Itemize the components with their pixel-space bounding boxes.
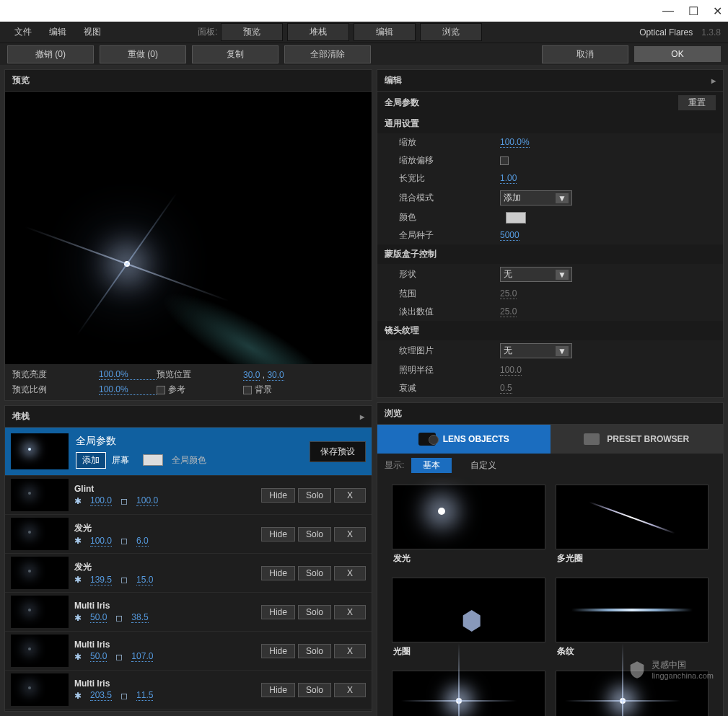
- layer-brightness[interactable]: 100.0: [90, 536, 112, 547]
- lens-object-card[interactable]: 发光: [392, 485, 545, 567]
- section-texture: 镜头纹理: [377, 321, 723, 340]
- texture-select[interactable]: 无▼: [500, 343, 572, 358]
- radius-value[interactable]: 100.0: [500, 365, 522, 376]
- minimize-button[interactable]: —: [662, 4, 674, 17]
- clear-button[interactable]: 全部清除: [284, 45, 371, 63]
- layer-scale[interactable]: 100.0: [136, 495, 158, 506]
- layer-scale[interactable]: 11.5: [136, 690, 153, 701]
- seed-value[interactable]: 5000: [500, 230, 519, 241]
- scale-value[interactable]: 100.0%: [500, 137, 530, 148]
- delete-button[interactable]: X: [334, 527, 366, 542]
- panel-tab-preview[interactable]: 预览: [221, 23, 283, 41]
- lens-object-card[interactable]: 光圈: [392, 578, 545, 660]
- filter-basic[interactable]: 基本: [411, 458, 452, 473]
- layer-scale[interactable]: 6.0: [136, 536, 149, 547]
- panel-tab-browse[interactable]: 浏览: [420, 23, 482, 41]
- menu-view[interactable]: 视图: [76, 23, 108, 41]
- background-checkbox[interactable]: [243, 386, 252, 394]
- stack-layer[interactable]: Multi Iris ✱ ◻ Hide Solo X: [5, 709, 372, 711]
- solo-button[interactable]: Solo: [298, 644, 331, 658]
- solo-button[interactable]: Solo: [298, 605, 331, 619]
- menubar: 文件 编辑 视图 面板: 预览 堆栈 编辑 浏览 Optical Flares …: [0, 22, 728, 43]
- shape-select[interactable]: 无▼: [500, 267, 572, 282]
- stack-layer[interactable]: Multi Iris ✱50.0 ◻107.0 Hide Solo X: [5, 631, 372, 670]
- undo-button[interactable]: 撤销 (0): [7, 45, 94, 63]
- preview-position-label: 预览位置: [157, 368, 243, 381]
- stack-layer[interactable]: Glint ✱100.0 ◻100.0 Hide Solo X: [5, 475, 372, 514]
- blend-add-toggle[interactable]: 添加: [76, 452, 106, 469]
- solo-button[interactable]: Solo: [298, 527, 331, 542]
- menu-file[interactable]: 文件: [7, 23, 39, 41]
- layer-brightness[interactable]: 50.0: [90, 612, 107, 623]
- expand-icon[interactable]: ▸: [360, 412, 364, 422]
- hide-button[interactable]: Hide: [261, 488, 295, 503]
- redo-button[interactable]: 重做 (0): [100, 45, 186, 63]
- app-version: 1.3.8: [701, 27, 721, 37]
- delete-button[interactable]: X: [334, 566, 366, 580]
- preview-pos-y[interactable]: 30.0: [267, 370, 284, 381]
- lens-object-card[interactable]: [392, 671, 545, 716]
- layer-brightness[interactable]: 50.0: [90, 651, 107, 662]
- panel-tab-stack[interactable]: 堆栈: [287, 23, 349, 41]
- solo-button[interactable]: Solo: [298, 488, 331, 503]
- layer-scale[interactable]: 38.5: [131, 612, 148, 623]
- brightness-icon: ✱: [74, 575, 82, 585]
- global-color-swatch[interactable]: [143, 454, 163, 466]
- color-swatch[interactable]: [506, 212, 526, 224]
- falloff-label: 衰减: [399, 382, 500, 394]
- reference-checkbox[interactable]: [157, 386, 165, 394]
- layer-brightness[interactable]: 100.0: [90, 495, 112, 506]
- offset-checkbox[interactable]: [500, 156, 509, 165]
- ok-button[interactable]: OK: [634, 46, 721, 62]
- maximize-button[interactable]: ☐: [688, 4, 698, 18]
- delete-button[interactable]: X: [334, 644, 366, 658]
- delete-button[interactable]: X: [334, 605, 366, 619]
- falloff-value[interactable]: 0.5: [500, 383, 512, 394]
- solo-button[interactable]: Solo: [298, 683, 331, 697]
- layer-thumb: [11, 479, 69, 511]
- preview-scale-value[interactable]: 100.0%: [99, 384, 157, 395]
- layer-brightness[interactable]: 139.5: [90, 575, 112, 585]
- blend-select[interactable]: 添加▼: [500, 190, 572, 205]
- filter-custom[interactable]: 自定义: [459, 458, 508, 473]
- delete-button[interactable]: X: [334, 488, 366, 503]
- tab-lens-objects[interactable]: LENS OBJECTS: [377, 425, 551, 454]
- panel-tab-edit[interactable]: 编辑: [354, 23, 416, 41]
- card-thumb: [392, 578, 545, 642]
- menu-edit[interactable]: 编辑: [42, 23, 74, 41]
- layer-scale[interactable]: 15.0: [136, 575, 153, 585]
- hide-button[interactable]: Hide: [261, 644, 295, 658]
- preview-brightness-value[interactable]: 100.0%: [99, 369, 157, 380]
- close-button[interactable]: ✕: [713, 4, 722, 18]
- stack-layer[interactable]: 发光 ✱139.5 ◻15.0 Hide Solo X: [5, 553, 372, 592]
- preview-canvas[interactable]: [5, 92, 372, 364]
- solo-button[interactable]: Solo: [298, 566, 331, 580]
- stack-layer[interactable]: Multi Iris ✱203.5 ◻11.5 Hide Solo X: [5, 670, 372, 709]
- stack-layer[interactable]: 发光 ✱100.0 ◻6.0 Hide Solo X: [5, 514, 372, 553]
- layer-scale[interactable]: 107.0: [131, 651, 153, 662]
- layer-brightness[interactable]: 203.5: [90, 690, 112, 701]
- save-preset-button[interactable]: 保存预设: [310, 441, 366, 462]
- cancel-button[interactable]: 取消: [542, 45, 628, 63]
- lens-object-card[interactable]: 多光圈: [556, 485, 709, 567]
- blend-screen-toggle[interactable]: 屏幕: [106, 453, 135, 468]
- lens-flare-icon: [124, 261, 130, 267]
- hide-button[interactable]: Hide: [261, 683, 295, 697]
- stack-layer[interactable]: Multi Iris ✱50.0 ◻38.5 Hide Solo X: [5, 592, 372, 631]
- lens-object-card[interactable]: 条纹: [556, 578, 709, 660]
- hide-button[interactable]: Hide: [261, 605, 295, 619]
- tab-preset-browser[interactable]: PRESET BROWSER: [551, 425, 724, 454]
- copy-button[interactable]: 复制: [192, 45, 279, 63]
- fade-value[interactable]: 25.0: [500, 306, 517, 317]
- hide-button[interactable]: Hide: [261, 566, 295, 580]
- global-params-row[interactable]: 全局参数 添加屏幕 全局颜色 保存预设: [5, 428, 372, 475]
- hide-button[interactable]: Hide: [261, 527, 295, 542]
- expand-icon[interactable]: ▸: [711, 76, 716, 86]
- range-value[interactable]: 25.0: [500, 288, 517, 299]
- ratio-value[interactable]: 1.00: [500, 173, 517, 184]
- delete-button[interactable]: X: [334, 683, 366, 697]
- seed-label: 全局种子: [399, 229, 500, 242]
- blend-label: 混合模式: [399, 192, 500, 204]
- reset-button[interactable]: 重置: [678, 95, 716, 110]
- preview-pos-x[interactable]: 30.0: [243, 370, 260, 381]
